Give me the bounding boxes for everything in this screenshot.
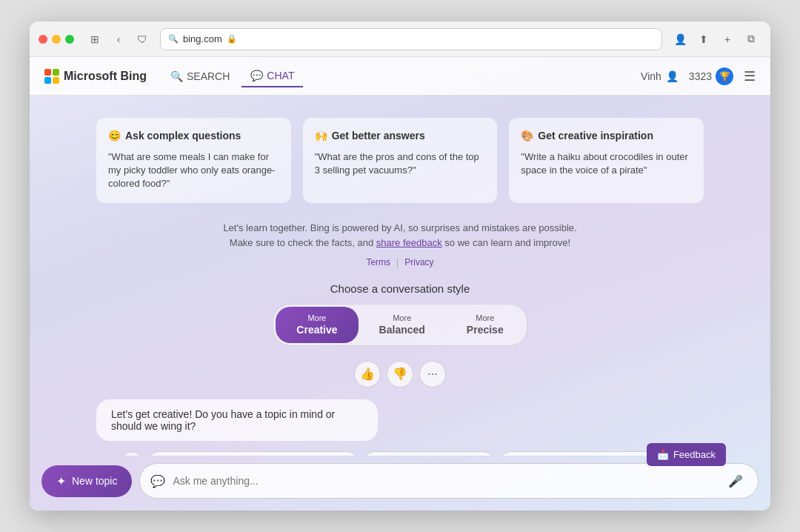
address-bar[interactable]: 🔍 bing.com 🔒 — [160, 28, 662, 50]
browser-controls: ⊞ ‹ 🛡 — [84, 29, 153, 50]
more-options-button[interactable]: ··· — [419, 361, 446, 388]
feedback-row: 👍 👎 ··· — [354, 361, 446, 388]
minimize-button[interactable] — [52, 35, 61, 44]
feature-card-1[interactable]: 🙌 Get better answers "What are the pros … — [303, 118, 498, 203]
conv-style-creative[interactable]: More Creative — [276, 307, 358, 342]
conv-style-balanced[interactable]: More Balanced — [359, 307, 446, 342]
microsoft-logo-icon — [44, 69, 59, 84]
main-content: 😊 Ask complex questions "What are some m… — [30, 96, 770, 456]
back-button[interactable]: ‹ — [108, 29, 129, 50]
conv-style-precise[interactable]: More Precise — [446, 307, 524, 342]
search-nav-label: SEARCH — [187, 70, 230, 82]
thumbs-down-button[interactable]: 👎 — [387, 361, 413, 388]
trophy-icon: 🏆 — [716, 67, 733, 85]
feature-card-2[interactable]: 🎨 Get creative inspiration "Write a haik… — [509, 118, 704, 203]
feature-card-title-1: 🙌 Get better answers — [315, 130, 486, 142]
traffic-lights — [39, 35, 74, 44]
new-topic-button[interactable]: ✦ New topic — [41, 465, 132, 497]
feedback-label: Feedback — [673, 449, 716, 460]
points-badge[interactable]: 3323 🏆 — [689, 67, 733, 85]
new-topic-icon: ✦ — [56, 474, 66, 488]
feature-emoji-1: 🙌 — [315, 130, 327, 142]
user-icon: 👤 — [666, 70, 679, 82]
search-input[interactable] — [173, 475, 716, 487]
feature-cards: 😊 Ask complex questions "What are some m… — [96, 118, 704, 203]
info-text: Let's learn together. Bing is powered by… — [222, 221, 578, 252]
nav-search-link[interactable]: 🔍 SEARCH — [161, 66, 239, 87]
feature-emoji-2: 🎨 — [521, 130, 533, 142]
terms-link[interactable]: Terms — [366, 257, 390, 267]
chat-message: Let's get creative! Do you have a topic … — [96, 399, 378, 441]
browser-actions: 👤 ⬆ + ⧉ — [670, 29, 761, 50]
menu-icon[interactable]: ☰ — [744, 68, 756, 84]
feature-card-body-0: "What are some meals I can make for my p… — [108, 150, 279, 191]
thumbs-up-button[interactable]: 👍 — [354, 361, 381, 388]
nav-chat-link[interactable]: 💬 CHAT — [241, 65, 303, 87]
feedback-button[interactable]: 📩 Feedback — [647, 443, 726, 466]
nav-bar: Microsoft Bing 🔍 SEARCH 💬 CHAT Vinh — [30, 57, 770, 96]
feature-card-body-1: "What are the pros and cons of the top 3… — [315, 150, 486, 177]
ms-bing-logo[interactable]: Microsoft Bing — [44, 69, 147, 84]
feature-card-title-0: 😊 Ask complex questions — [108, 130, 279, 142]
url-text: bing.com — [183, 33, 222, 44]
tabs-button[interactable]: ⧉ — [741, 29, 761, 50]
close-button[interactable] — [39, 35, 47, 44]
search-nav-icon: 🔍 — [170, 70, 183, 82]
user-info[interactable]: Vinh 👤 — [641, 70, 679, 82]
conv-style-label: Choose a conversation style — [330, 282, 470, 295]
new-tab-button[interactable]: + — [717, 29, 738, 50]
tab-manage-button[interactable]: ⊞ — [84, 29, 105, 50]
input-bar[interactable]: 💬 🎤 — [139, 463, 759, 499]
points-value: 3323 — [689, 70, 712, 82]
new-topic-label: New topic — [72, 475, 117, 487]
chat-nav-label: CHAT — [267, 70, 294, 82]
terms-separator: | — [396, 257, 399, 267]
account-button[interactable]: 👤 — [670, 29, 690, 50]
shield-icon[interactable]: 🛡 — [132, 29, 153, 50]
input-chat-icon: 💬 — [150, 474, 165, 488]
search-icon: 🔍 — [168, 34, 179, 44]
user-name: Vinh — [641, 70, 661, 82]
conv-style-bar: More Creative More Balanced More Precise — [273, 304, 527, 345]
browser-chrome: ⊞ ‹ 🛡 🔍 bing.com 🔒 👤 ⬆ + ⧉ — [30, 21, 770, 57]
share-feedback-link[interactable]: share feedback — [376, 237, 442, 248]
terms-row: Terms | Privacy — [366, 257, 433, 267]
share-button[interactable]: ⬆ — [693, 29, 714, 50]
feature-card-title-2: 🎨 Get creative inspiration — [521, 130, 692, 142]
logo-text: Microsoft Bing — [64, 70, 147, 83]
mic-button[interactable]: 🎤 — [724, 469, 747, 493]
nav-right: Vinh 👤 3323 🏆 ☰ — [641, 67, 756, 85]
maximize-button[interactable] — [65, 35, 74, 44]
privacy-link[interactable]: Privacy — [404, 257, 433, 267]
feature-card-body-2: "Write a haiku about crocodiles in outer… — [521, 150, 692, 177]
lock-icon: 🔒 — [227, 34, 237, 44]
nav-links: 🔍 SEARCH 💬 CHAT — [161, 65, 303, 87]
feedback-icon: 📩 — [657, 449, 669, 460]
chat-nav-icon: 💬 — [250, 70, 263, 82]
feature-card-0[interactable]: 😊 Ask complex questions "What are some m… — [96, 118, 291, 203]
feature-emoji-0: 😊 — [108, 130, 121, 142]
